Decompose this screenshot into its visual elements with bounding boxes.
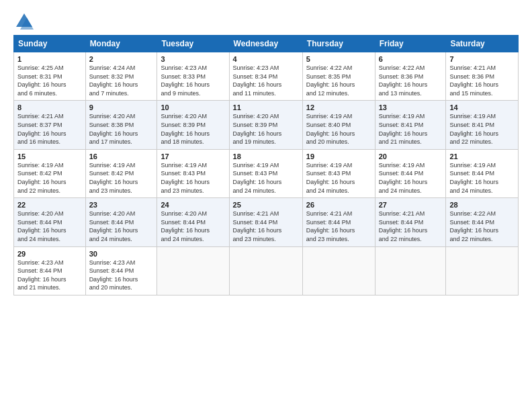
calendar-cell: 3Sunrise: 4:23 AMSunset: 8:33 PMDaylight… — [157, 52, 229, 101]
day-number: 7 — [449, 55, 515, 63]
day-of-week-header: Sunday — [14, 36, 86, 52]
day-number: 30 — [89, 250, 154, 258]
day-number: 11 — [233, 103, 299, 111]
day-info: Sunrise: 4:19 AMSunset: 8:43 PMDaylight:… — [161, 161, 225, 195]
day-number: 19 — [306, 152, 371, 161]
calendar-cell: 7Sunrise: 4:21 AMSunset: 8:36 PMDaylight… — [446, 52, 519, 101]
page: SundayMondayTuesdayWednesdayThursdayFrid… — [0, 0, 532, 411]
calendar-cell: 25Sunrise: 4:21 AMSunset: 8:44 PMDayligh… — [229, 198, 302, 246]
day-info: Sunrise: 4:21 AMSunset: 8:44 PMDaylight:… — [233, 210, 299, 243]
day-number: 2 — [89, 55, 154, 63]
day-number: 12 — [306, 103, 371, 111]
calendar-cell: 1Sunrise: 4:25 AMSunset: 8:31 PMDaylight… — [14, 52, 86, 101]
day-of-week-header: Friday — [375, 36, 446, 52]
day-number: 23 — [89, 201, 154, 209]
calendar-cell: 14Sunrise: 4:19 AMSunset: 8:41 PMDayligh… — [446, 101, 519, 149]
day-number: 24 — [161, 201, 225, 209]
day-info: Sunrise: 4:19 AMSunset: 8:41 PMDaylight:… — [449, 112, 515, 146]
calendar-week-row: 22Sunrise: 4:20 AMSunset: 8:44 PMDayligh… — [14, 198, 519, 246]
day-info: Sunrise: 4:19 AMSunset: 8:44 PMDaylight:… — [379, 161, 443, 195]
calendar-cell — [375, 246, 446, 295]
logo-icon — [15, 12, 34, 31]
day-info: Sunrise: 4:19 AMSunset: 8:42 PMDaylight:… — [89, 161, 154, 195]
calendar-cell: 13Sunrise: 4:19 AMSunset: 8:41 PMDayligh… — [375, 101, 446, 149]
calendar-cell: 24Sunrise: 4:20 AMSunset: 8:44 PMDayligh… — [157, 198, 229, 246]
calendar-cell — [229, 246, 302, 295]
day-info: Sunrise: 4:21 AMSunset: 8:44 PMDaylight:… — [379, 210, 443, 243]
calendar-cell: 23Sunrise: 4:20 AMSunset: 8:44 PMDayligh… — [85, 198, 157, 246]
calendar-cell: 17Sunrise: 4:19 AMSunset: 8:43 PMDayligh… — [157, 149, 229, 197]
day-number: 13 — [379, 103, 443, 111]
day-of-week-header: Tuesday — [157, 36, 229, 52]
day-number: 8 — [17, 103, 82, 111]
calendar-cell: 18Sunrise: 4:19 AMSunset: 8:43 PMDayligh… — [229, 149, 302, 197]
day-of-week-header: Saturday — [446, 36, 519, 52]
day-info: Sunrise: 4:22 AMSunset: 8:36 PMDaylight:… — [379, 64, 443, 97]
calendar-cell: 19Sunrise: 4:19 AMSunset: 8:43 PMDayligh… — [302, 149, 375, 197]
day-info: Sunrise: 4:20 AMSunset: 8:44 PMDaylight:… — [17, 210, 82, 243]
calendar-table: SundayMondayTuesdayWednesdayThursdayFrid… — [13, 35, 519, 295]
day-number: 4 — [233, 55, 299, 63]
day-info: Sunrise: 4:22 AMSunset: 8:35 PMDaylight:… — [306, 64, 371, 97]
calendar-cell: 4Sunrise: 4:23 AMSunset: 8:34 PMDaylight… — [229, 52, 302, 101]
header — [13, 12, 519, 31]
day-number: 10 — [161, 103, 225, 111]
calendar-cell: 16Sunrise: 4:19 AMSunset: 8:42 PMDayligh… — [85, 149, 157, 197]
day-number: 15 — [17, 152, 82, 161]
day-number: 6 — [379, 55, 443, 63]
day-info: Sunrise: 4:19 AMSunset: 8:44 PMDaylight:… — [449, 161, 515, 195]
day-number: 26 — [306, 201, 371, 209]
day-info: Sunrise: 4:23 AMSunset: 8:44 PMDaylight:… — [89, 259, 154, 292]
calendar-cell: 6Sunrise: 4:22 AMSunset: 8:36 PMDaylight… — [375, 52, 446, 101]
day-info: Sunrise: 4:23 AMSunset: 8:33 PMDaylight:… — [161, 64, 225, 97]
calendar-cell: 11Sunrise: 4:20 AMSunset: 8:39 PMDayligh… — [229, 101, 302, 149]
calendar-cell — [302, 246, 375, 295]
day-of-week-header: Monday — [85, 36, 157, 52]
day-info: Sunrise: 4:19 AMSunset: 8:43 PMDaylight:… — [306, 161, 371, 195]
calendar-cell: 30Sunrise: 4:23 AMSunset: 8:44 PMDayligh… — [85, 246, 157, 295]
day-info: Sunrise: 4:19 AMSunset: 8:40 PMDaylight:… — [306, 112, 371, 146]
calendar-week-row: 1Sunrise: 4:25 AMSunset: 8:31 PMDaylight… — [14, 52, 519, 101]
day-info: Sunrise: 4:24 AMSunset: 8:32 PMDaylight:… — [89, 64, 154, 97]
calendar-cell: 21Sunrise: 4:19 AMSunset: 8:44 PMDayligh… — [446, 149, 519, 197]
day-info: Sunrise: 4:20 AMSunset: 8:39 PMDaylight:… — [233, 112, 299, 146]
day-info: Sunrise: 4:20 AMSunset: 8:44 PMDaylight:… — [161, 210, 225, 243]
calendar-cell: 5Sunrise: 4:22 AMSunset: 8:35 PMDaylight… — [302, 52, 375, 101]
day-number: 16 — [89, 152, 154, 161]
day-number: 17 — [161, 152, 225, 161]
day-info: Sunrise: 4:21 AMSunset: 8:36 PMDaylight:… — [449, 64, 515, 97]
day-info: Sunrise: 4:19 AMSunset: 8:43 PMDaylight:… — [233, 161, 299, 195]
day-number: 9 — [89, 103, 154, 111]
calendar-cell: 10Sunrise: 4:20 AMSunset: 8:39 PMDayligh… — [157, 101, 229, 149]
day-number: 20 — [379, 152, 443, 161]
day-number: 14 — [449, 103, 515, 111]
calendar-cell: 20Sunrise: 4:19 AMSunset: 8:44 PMDayligh… — [375, 149, 446, 197]
calendar-cell: 12Sunrise: 4:19 AMSunset: 8:40 PMDayligh… — [302, 101, 375, 149]
calendar-cell — [446, 246, 519, 295]
day-info: Sunrise: 4:20 AMSunset: 8:38 PMDaylight:… — [89, 112, 154, 146]
day-info: Sunrise: 4:21 AMSunset: 8:37 PMDaylight:… — [17, 112, 82, 146]
day-number: 1 — [17, 55, 82, 63]
logo — [13, 12, 34, 31]
day-number: 18 — [233, 152, 299, 161]
day-of-week-header: Wednesday — [229, 36, 302, 52]
calendar-cell: 9Sunrise: 4:20 AMSunset: 8:38 PMDaylight… — [85, 101, 157, 149]
calendar-cell: 27Sunrise: 4:21 AMSunset: 8:44 PMDayligh… — [375, 198, 446, 246]
day-number: 25 — [233, 201, 299, 209]
day-info: Sunrise: 4:21 AMSunset: 8:44 PMDaylight:… — [306, 210, 371, 243]
day-number: 22 — [17, 201, 82, 209]
calendar-week-row: 15Sunrise: 4:19 AMSunset: 8:42 PMDayligh… — [14, 149, 519, 197]
day-number: 27 — [379, 201, 443, 209]
calendar-header-row: SundayMondayTuesdayWednesdayThursdayFrid… — [14, 36, 519, 52]
calendar-cell: 15Sunrise: 4:19 AMSunset: 8:42 PMDayligh… — [14, 149, 86, 197]
day-number: 21 — [449, 152, 515, 161]
calendar-cell: 22Sunrise: 4:20 AMSunset: 8:44 PMDayligh… — [14, 198, 86, 246]
day-info: Sunrise: 4:19 AMSunset: 8:41 PMDaylight:… — [379, 112, 443, 146]
day-number: 28 — [449, 201, 515, 209]
day-of-week-header: Thursday — [302, 36, 375, 52]
calendar-cell: 8Sunrise: 4:21 AMSunset: 8:37 PMDaylight… — [14, 101, 86, 149]
day-number: 5 — [306, 55, 371, 63]
calendar-week-row: 8Sunrise: 4:21 AMSunset: 8:37 PMDaylight… — [14, 101, 519, 149]
day-info: Sunrise: 4:20 AMSunset: 8:39 PMDaylight:… — [161, 112, 225, 146]
calendar-cell: 28Sunrise: 4:22 AMSunset: 8:44 PMDayligh… — [446, 198, 519, 246]
